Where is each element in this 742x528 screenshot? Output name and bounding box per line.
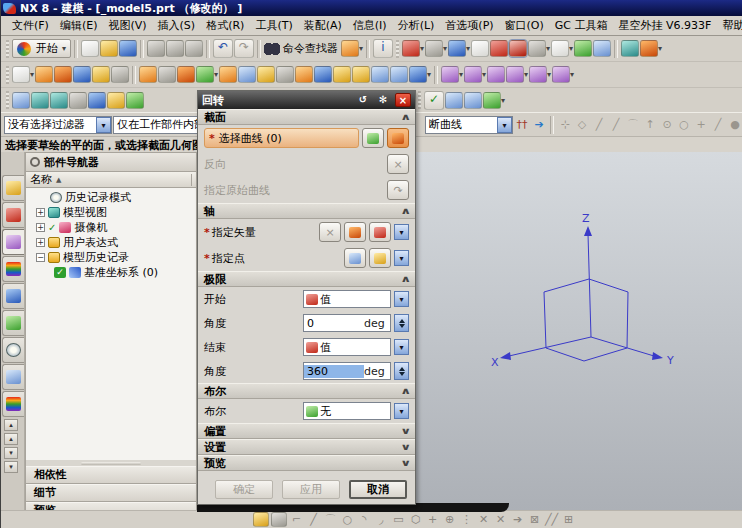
hole-button[interactable] xyxy=(73,66,91,83)
move-to-layer-button[interactable] xyxy=(50,92,68,109)
settings-section-header[interactable]: 设置 ∨ xyxy=(198,439,415,455)
point-type-dropdown[interactable]: ▾ xyxy=(394,250,409,266)
command-finder-icon[interactable] xyxy=(264,43,280,55)
chevron-down-icon[interactable]: ▾ xyxy=(497,117,512,133)
datum-plane-button[interactable] xyxy=(158,66,176,83)
snap-endpoint-icon[interactable]: ◇ xyxy=(574,118,590,131)
menu-format[interactable]: 格式(R) xyxy=(201,16,249,35)
stop-at-intersection-icon[interactable]: †† xyxy=(514,118,530,131)
tab-roles[interactable] xyxy=(2,391,24,417)
reverse-direction-button[interactable]: × xyxy=(387,154,409,174)
tab-history[interactable] xyxy=(2,337,24,363)
intersection-curve-icon[interactable]: ✕ xyxy=(493,513,508,526)
sort-ascending-icon[interactable]: ▲ xyxy=(56,176,61,184)
tab-web-browser[interactable] xyxy=(2,310,24,336)
tab-assembly-navigator[interactable] xyxy=(2,175,24,201)
profile-tool-icon[interactable]: ⌐ xyxy=(289,513,304,526)
checkbox-checked-icon[interactable]: ✓ xyxy=(54,267,66,278)
datum-axis-button[interactable] xyxy=(177,66,195,83)
redo-button[interactable]: ↷ xyxy=(234,39,254,58)
undo-button[interactable]: ↶ xyxy=(213,39,233,58)
menu-preferences[interactable]: 首选项(P) xyxy=(440,16,498,35)
snap-point-on-surface-icon[interactable]: ╱ xyxy=(710,118,726,131)
resource-bar-scroll-up2-button[interactable]: ▴ xyxy=(4,433,18,445)
axis-section-header[interactable]: 轴 ∧ xyxy=(198,203,415,219)
new-file-button[interactable] xyxy=(81,40,99,57)
clip-section-button-active[interactable] xyxy=(509,40,527,57)
snap-arc-center-icon[interactable]: ↑ xyxy=(642,118,658,131)
dimension-tool-icon[interactable]: ⊠ xyxy=(527,513,542,526)
menu-window[interactable]: 窗口(O) xyxy=(500,16,549,35)
end-angle-stepper[interactable] xyxy=(394,362,409,380)
end-angle-value-selected[interactable]: 360 xyxy=(304,365,364,378)
tree-item-datum-csys[interactable]: ✓ 基准坐标系 (0) xyxy=(26,265,196,280)
snap-control-point-icon[interactable]: ╱ xyxy=(608,118,624,131)
orient-view-button[interactable] xyxy=(574,40,592,57)
sketch-ok-button[interactable]: ✓ xyxy=(424,91,444,110)
title-bar[interactable]: NX 8 - 建模 - [_model5.prt （修改的） ] xyxy=(1,0,742,16)
inferred-vector-button[interactable] xyxy=(369,222,391,242)
resource-bar-pin-button[interactable]: ▾ xyxy=(4,461,18,473)
open-file-button[interactable] xyxy=(100,40,118,57)
tab-internet-explorer[interactable] xyxy=(2,283,24,309)
tab-reuse-library[interactable] xyxy=(2,256,24,282)
pin-icon[interactable] xyxy=(30,157,40,167)
background-button[interactable] xyxy=(551,40,569,57)
tab-constraint-navigator[interactable] xyxy=(2,202,24,228)
swept-button[interactable] xyxy=(111,66,129,83)
menu-help[interactable]: 帮助(H) xyxy=(717,16,742,35)
start-angle-field[interactable]: 0 deg xyxy=(303,314,391,332)
replace-face-button[interactable] xyxy=(487,66,505,83)
point-button[interactable] xyxy=(196,66,214,83)
snap-bounded-grid-icon[interactable]: ● xyxy=(727,118,742,131)
block-button[interactable] xyxy=(219,66,237,83)
ok-button[interactable]: 确定 xyxy=(215,480,273,499)
rotate-view-button[interactable] xyxy=(425,40,443,57)
origin-curve-button[interactable]: ↷ xyxy=(387,180,409,200)
toolbar-grip[interactable] xyxy=(6,91,9,109)
apply-button[interactable]: 应用 xyxy=(282,480,340,499)
polygon-tool-icon[interactable]: ⬡ xyxy=(408,513,423,526)
layer-settings-button[interactable] xyxy=(621,40,639,57)
menu-assemblies[interactable]: 装配(A) xyxy=(299,16,347,35)
preview-section-header[interactable]: 预览 ∨ xyxy=(198,455,415,471)
chamfer-tool-icon[interactable]: ◞ xyxy=(374,513,389,526)
toolbar-grip[interactable] xyxy=(6,66,9,84)
boss-button[interactable] xyxy=(92,66,110,83)
snapshot-button[interactable] xyxy=(593,40,611,57)
toolbar-grip[interactable] xyxy=(418,91,421,109)
menu-view[interactable]: 视图(V) xyxy=(103,16,151,35)
revolve-button[interactable] xyxy=(54,66,72,83)
panel-details[interactable]: 细节 xyxy=(26,484,196,502)
save-button[interactable] xyxy=(119,40,137,57)
select-curve-field[interactable]: * 选择曲线 (0) xyxy=(204,128,359,148)
resource-bar-scroll-up-button[interactable]: ▴ xyxy=(4,419,18,431)
sketch-tools-button[interactable] xyxy=(253,512,269,527)
layer-category-button[interactable] xyxy=(31,92,49,109)
snap-grid-icon[interactable]: ⊞ xyxy=(561,513,576,526)
help-info-button[interactable]: i xyxy=(373,39,393,58)
section-curve-button[interactable] xyxy=(528,40,546,57)
start-option-dropdown[interactable]: ▾ xyxy=(394,291,409,307)
shell-button[interactable] xyxy=(238,66,256,83)
clip-button[interactable] xyxy=(69,92,87,109)
start-option-combo[interactable]: 值 xyxy=(303,290,391,308)
intersect-button[interactable] xyxy=(352,66,370,83)
arc-tool-icon[interactable]: ⌒ xyxy=(323,512,338,527)
measure-button[interactable] xyxy=(107,92,125,109)
expander-plus-icon[interactable]: + xyxy=(36,238,45,247)
paste-button[interactable] xyxy=(185,40,203,57)
panel-dependencies[interactable]: 相依性 xyxy=(26,466,196,484)
edge-blend-button[interactable] xyxy=(257,66,275,83)
dialog-close-button[interactable]: × xyxy=(395,93,411,107)
pattern-curve-icon[interactable]: ⋮ xyxy=(459,513,474,526)
mirror-curve-icon[interactable]: ✕ xyxy=(476,513,491,526)
boolean-combo[interactable]: 无 xyxy=(303,402,391,420)
menu-file[interactable]: 文件(F) xyxy=(7,16,54,35)
wireframe-view-button[interactable] xyxy=(471,40,489,57)
offset-section-header[interactable]: 偏置 ∨ xyxy=(198,423,415,439)
edit-object-display-button[interactable] xyxy=(88,92,106,109)
vector-reverse-button[interactable]: × xyxy=(319,222,341,242)
circle-tool-icon[interactable]: ○ xyxy=(340,513,355,526)
section-view-button[interactable] xyxy=(490,40,508,57)
